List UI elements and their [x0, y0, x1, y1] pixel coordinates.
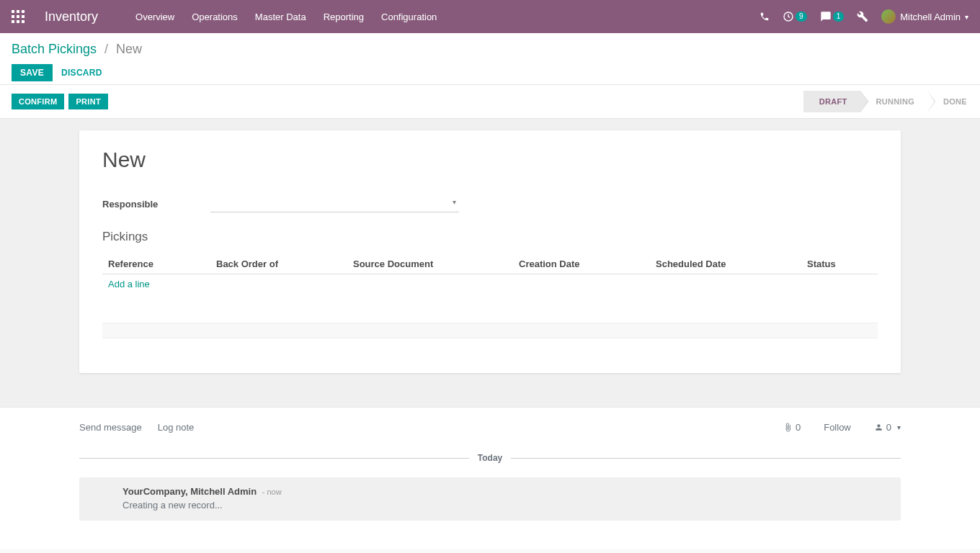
chatter-divider: Today	[79, 453, 901, 463]
nav-right: 9 1 Mitchell Admin ▾	[760, 9, 968, 24]
nav-configuration[interactable]: Configuration	[373, 12, 445, 22]
divider-label: Today	[469, 453, 511, 463]
avatar	[881, 9, 896, 24]
breadcrumb-current: New	[116, 42, 142, 56]
log-body: Creating a new record...	[122, 500, 891, 511]
attach-count: 0	[796, 422, 801, 433]
person-icon	[874, 423, 883, 432]
chatter: Send message Log note 0 Follow 0 ▾ Today	[0, 407, 980, 549]
breadcrumb: Batch Pickings / New	[12, 42, 968, 57]
follower-count: 0	[886, 422, 891, 433]
status-draft[interactable]: Draft	[803, 91, 860, 112]
user-menu[interactable]: Mitchell Admin ▾	[881, 9, 968, 24]
responsible-row: Responsible ▾	[102, 195, 878, 212]
app-brand[interactable]: Inventory	[45, 9, 98, 24]
col-creation-date: Creation Date	[513, 254, 650, 274]
log-author: YourCompany, Mitchell Admin	[122, 486, 257, 497]
top-navbar: Inventory Overview Operations Master Dat…	[0, 0, 980, 33]
activity-icon[interactable]: 9	[783, 11, 807, 22]
print-button[interactable]: Print	[68, 94, 108, 109]
messages-icon[interactable]: 1	[820, 11, 845, 22]
col-back-order: Back Order of	[210, 254, 347, 274]
form-area: New Responsible ▾ Pickings Reference Bac…	[0, 119, 980, 407]
responsible-input[interactable]	[210, 195, 459, 212]
attachments-button[interactable]: 0	[783, 422, 801, 433]
confirm-button[interactable]: Confirm	[12, 94, 64, 109]
record-title: New	[102, 148, 878, 172]
nav-reporting[interactable]: Reporting	[315, 12, 373, 22]
table-footer	[102, 323, 878, 338]
log-entry: YourCompany, Mitchell Admin - now Creati…	[79, 477, 901, 521]
log-note-button[interactable]: Log note	[158, 422, 195, 433]
discard-button[interactable]: Discard	[61, 68, 102, 78]
user-name: Mitchell Admin	[900, 12, 961, 22]
followers-button[interactable]: 0 ▾	[874, 422, 901, 433]
col-scheduled-date: Scheduled Date	[650, 254, 801, 274]
chevron-down-icon: ▾	[965, 13, 968, 21]
messages-badge: 1	[833, 12, 845, 22]
apps-icon[interactable]	[12, 10, 24, 23]
nav-overview[interactable]: Overview	[127, 12, 183, 22]
nav-operations[interactable]: Operations	[183, 12, 246, 22]
nav-master-data[interactable]: Master Data	[246, 12, 315, 22]
responsible-label: Responsible	[102, 199, 210, 210]
control-panel: Batch Pickings / New Save Discard Confir…	[0, 33, 980, 119]
col-status: Status	[801, 254, 878, 274]
send-message-button[interactable]: Send message	[79, 422, 142, 433]
table-row: Add a line	[102, 274, 878, 295]
breadcrumb-parent[interactable]: Batch Pickings	[12, 42, 97, 56]
status-running[interactable]: Running	[860, 91, 927, 112]
paperclip-icon	[783, 423, 793, 432]
col-source-doc: Source Document	[347, 254, 513, 274]
status-steps: Draft Running Done	[803, 91, 980, 112]
pickings-section-title: Pickings	[102, 230, 878, 244]
log-time: - now	[262, 487, 282, 496]
save-button[interactable]: Save	[12, 64, 53, 81]
chevron-down-icon: ▾	[897, 423, 901, 431]
statusbar: Confirm Print Draft Running Done	[0, 84, 980, 118]
pickings-table: Reference Back Order of Source Document …	[102, 254, 878, 294]
follow-button[interactable]: Follow	[824, 422, 851, 433]
form-sheet: New Responsible ▾ Pickings Reference Bac…	[79, 130, 901, 373]
activity-badge: 9	[796, 12, 807, 22]
phone-icon[interactable]	[760, 12, 770, 22]
breadcrumb-sep: /	[104, 42, 108, 56]
nav-links: Overview Operations Master Data Reportin…	[127, 12, 445, 22]
add-line-link[interactable]: Add a line	[108, 279, 150, 289]
debug-icon[interactable]	[857, 11, 868, 22]
col-reference: Reference	[102, 254, 210, 274]
